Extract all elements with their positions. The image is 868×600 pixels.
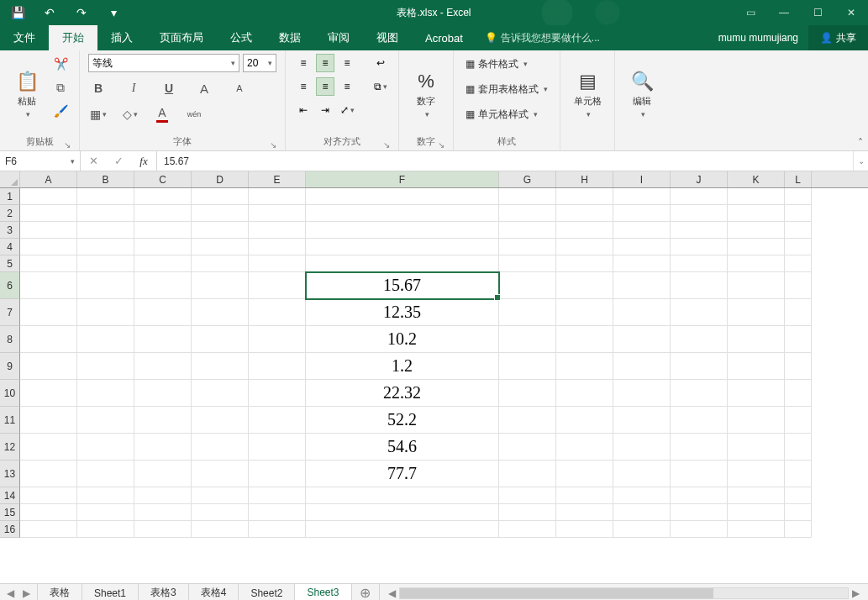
cell-H10[interactable] [556,380,613,407]
column-header-D[interactable]: D [192,171,249,187]
column-header-L[interactable]: L [785,171,812,187]
cell-L15[interactable] [785,504,812,521]
cell-C9[interactable] [134,353,192,380]
cell-A15[interactable] [20,504,77,521]
bold-button[interactable]: B [88,78,108,98]
cell-L14[interactable] [785,487,812,504]
format-painter-button[interactable]: 🖌️ [50,101,71,121]
cell-C2[interactable] [134,205,192,222]
scroll-thumb[interactable] [400,588,713,598]
cell-J10[interactable] [671,380,728,407]
cell-K1[interactable] [728,188,785,205]
cell-F15[interactable] [306,504,499,521]
cell-K8[interactable] [728,326,785,353]
formula-bar[interactable]: 15.67 [157,151,853,171]
cell-L2[interactable] [785,205,812,222]
cell-E13[interactable] [249,461,306,487]
cell-D1[interactable] [192,188,249,205]
cell-G6[interactable] [499,272,556,299]
cell-F13[interactable]: 77.7 [306,461,499,487]
grow-font-button[interactable]: A [194,78,214,98]
cell-A16[interactable] [20,521,77,538]
cell-A7[interactable] [20,299,77,326]
cell-I2[interactable] [613,205,671,222]
cell-K9[interactable] [728,353,785,380]
cell-G2[interactable] [499,205,556,222]
ribbon-options-button[interactable]: ▭ [734,0,767,25]
fill-color-button[interactable]: ◇▾ [120,104,140,124]
sheet-prev-button[interactable]: ◀ [7,587,14,599]
cell-K11[interactable] [728,407,785,434]
cell-D3[interactable] [192,222,249,239]
cell-L16[interactable] [785,521,812,538]
cell-I12[interactable] [613,434,671,461]
cell-E11[interactable] [249,407,306,434]
row-header-8[interactable]: 8 [0,326,20,353]
cell-I13[interactable] [613,461,671,487]
cell-I11[interactable] [613,407,671,434]
cell-F5[interactable] [306,255,499,272]
cell-H8[interactable] [556,326,613,353]
cell-F9[interactable]: 1.2 [306,353,499,380]
cell-A3[interactable] [20,222,77,239]
row-header-14[interactable]: 14 [0,487,20,504]
cell-I6[interactable] [613,272,671,299]
sheet-tab-表格[interactable]: 表格 [38,584,82,600]
cell-K13[interactable] [728,461,785,487]
cell-E2[interactable] [249,205,306,222]
scroll-right-button[interactable]: ▶ [849,587,863,599]
cell-B12[interactable] [77,434,134,461]
enter-formula-button[interactable]: ✓ [106,155,131,167]
clipboard-launcher-icon[interactable]: ↘ [64,140,71,150]
cell-L4[interactable] [785,239,812,255]
cell-J1[interactable] [671,188,728,205]
cell-J9[interactable] [671,353,728,380]
cell-A2[interactable] [20,205,77,222]
tab-file[interactable]: 文件 [0,25,49,50]
cell-E14[interactable] [249,487,306,504]
cell-B3[interactable] [77,222,134,239]
cell-H14[interactable] [556,487,613,504]
merge-center-button[interactable]: ⧉▾ [371,77,390,96]
cell-C14[interactable] [134,487,192,504]
cell-B16[interactable] [77,521,134,538]
cell-J15[interactable] [671,504,728,521]
conditional-formatting-button[interactable]: ▦ 条件格式 ▾ [462,54,551,74]
cell-C16[interactable] [134,521,192,538]
user-name[interactable]: mumu mumujiang [718,32,808,44]
cell-H4[interactable] [556,239,613,255]
close-button[interactable]: ✕ [834,0,868,25]
cell-G10[interactable] [499,380,556,407]
cell-E12[interactable] [249,434,306,461]
cell-B15[interactable] [77,504,134,521]
cell-G3[interactable] [499,222,556,239]
cell-K5[interactable] [728,255,785,272]
cell-J13[interactable] [671,461,728,487]
cell-L10[interactable] [785,380,812,407]
scroll-left-button[interactable]: ◀ [385,587,399,599]
cell-E9[interactable] [249,353,306,380]
cell-E5[interactable] [249,255,306,272]
cell-F6[interactable]: 15.67 [306,272,499,299]
minimize-button[interactable]: — [767,0,801,25]
cell-H9[interactable] [556,353,613,380]
cell-B11[interactable] [77,407,134,434]
cell-L13[interactable] [785,461,812,487]
cell-A4[interactable] [20,239,77,255]
cell-J7[interactable] [671,299,728,326]
cell-E4[interactable] [249,239,306,255]
new-sheet-button[interactable]: ⊕ [352,584,379,600]
row-header-1[interactable]: 1 [0,188,20,205]
row-header-10[interactable]: 10 [0,380,20,407]
cell-B7[interactable] [77,299,134,326]
cell-K3[interactable] [728,222,785,239]
cell-H6[interactable] [556,272,613,299]
cell-L11[interactable] [785,407,812,434]
tab-page-layout[interactable]: 页面布局 [146,25,217,50]
cell-H5[interactable] [556,255,613,272]
column-header-G[interactable]: G [499,171,556,187]
copy-button[interactable]: ⧉ [50,77,71,97]
cell-D14[interactable] [192,487,249,504]
cell-H2[interactable] [556,205,613,222]
column-header-J[interactable]: J [671,171,728,187]
